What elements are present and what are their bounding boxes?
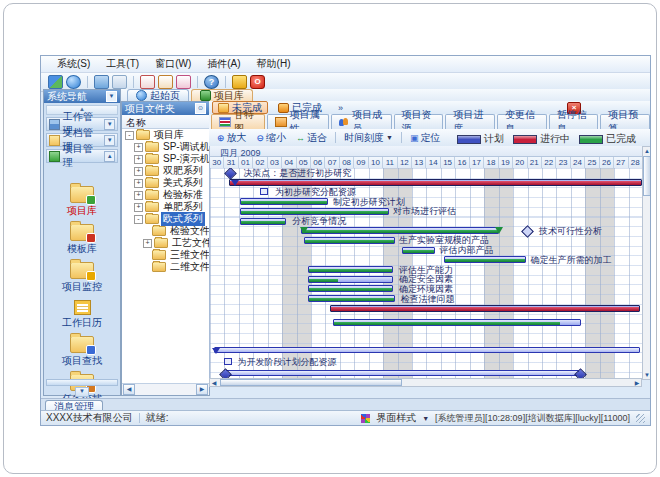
task-marker-box[interactable] [260, 188, 268, 195]
gantt-tool-缩小[interactable]: ⊖缩小 [253, 130, 291, 146]
scroll-left-icon[interactable]: ◀ [210, 379, 218, 387]
tab-项目属性[interactable]: 项目属性 [267, 114, 329, 129]
report-icon-3[interactable] [176, 75, 191, 89]
chevron-icon[interactable]: ▼ [104, 119, 115, 130]
tab-项目成员[interactable]: 项目成员 [331, 114, 392, 129]
nav-item-项目监控[interactable]: 项目监控 [44, 262, 120, 294]
plan-bar[interactable] [224, 370, 579, 376]
gantt-tool-定位[interactable]: ▣定位 [406, 130, 445, 146]
folder-icon[interactable] [94, 75, 109, 89]
scroll-up-icon[interactable]: ▲ [643, 147, 651, 155]
help-icon[interactable]: ? [204, 75, 219, 89]
task-bar[interactable] [308, 285, 393, 292]
chevron-icon[interactable]: ▲ [104, 151, 115, 162]
nav-section-3[interactable]: 项目管理▲ [46, 149, 118, 163]
tab-项目进度[interactable]: 项目进度 [445, 114, 495, 129]
task-bar[interactable] [402, 247, 435, 254]
tree-column-header[interactable]: 名称 [122, 115, 209, 129]
completed-fill [334, 322, 561, 325]
resize-grip[interactable] [636, 414, 645, 423]
expand-icon[interactable]: + [143, 239, 152, 248]
nav-item-工作日历[interactable]: 工作日历 [44, 300, 120, 330]
power-icon[interactable]: O [250, 75, 265, 89]
day-header-cell: 15 [441, 157, 455, 168]
menu-item[interactable]: 插件(A) [199, 56, 248, 72]
doc-tab-起始页[interactable]: 起始页 [127, 89, 189, 101]
task-bar[interactable] [308, 295, 395, 302]
lock-icon[interactable] [232, 75, 247, 89]
task-bar[interactable] [240, 198, 328, 205]
vertical-scroll-thumb[interactable] [643, 156, 651, 196]
collapse-icon[interactable]: - [134, 215, 143, 224]
doc-tab-项目库[interactable]: 项目库 [191, 89, 253, 101]
gantt-horizontal-scrollbar[interactable]: ◀ ▶ [209, 378, 642, 387]
folder-icon [145, 166, 159, 176]
expand-icon[interactable]: + [134, 155, 143, 164]
expand-icon[interactable]: + [134, 143, 143, 152]
modules-icon[interactable] [48, 75, 63, 89]
expand-icon[interactable]: + [134, 203, 143, 212]
folder-badge [86, 195, 96, 205]
task-bar[interactable] [308, 266, 393, 273]
tree-panel-header: 项目文件夹 ⊙ [122, 102, 209, 115]
gantt-tool-时间刻度[interactable]: 时间刻度▼ [340, 130, 397, 146]
nav-bottom-section[interactable]: ▼ [46, 379, 118, 393]
report-icon-2[interactable] [158, 75, 173, 89]
gantt-tool-放大[interactable]: ⊕放大 [213, 130, 251, 146]
tab-变更信息[interactable]: 变更信息 [497, 114, 547, 129]
nav-collapse-button[interactable]: ▼ [106, 91, 117, 102]
props-icon [275, 117, 287, 127]
plan-bar[interactable] [214, 347, 640, 353]
chart-icon[interactable] [112, 75, 127, 89]
tab-项目预算[interactable]: 项目预算 [600, 114, 650, 129]
task-bar[interactable] [301, 227, 499, 234]
task-label: 对市场进行评估 [393, 207, 456, 216]
day-header-cell: 19 [499, 157, 513, 168]
style-palette-icon[interactable] [361, 414, 370, 423]
tab-暂停信息[interactable]: 暂停信息 [549, 114, 599, 129]
nav-item-项目查找[interactable]: 项目查找 [44, 336, 120, 368]
report-icon-1[interactable] [140, 75, 155, 89]
tab-项目资源[interactable]: 项目资源 [394, 114, 444, 129]
completed-fill [241, 201, 327, 204]
menu-item[interactable]: 帮助(H) [249, 56, 299, 72]
gantt-vertical-scrollbar[interactable]: ▲ ▼ [642, 146, 651, 380]
task-bar[interactable] [240, 208, 389, 215]
web-icon[interactable] [66, 75, 81, 89]
horizontal-scroll-thumb[interactable] [220, 379, 402, 386]
summary-bar[interactable] [330, 305, 640, 312]
task-bar[interactable] [308, 276, 393, 283]
menu-item[interactable]: 系统(S) [49, 56, 98, 72]
tree-horizontal-scrollbar[interactable]: ◀ ▶ [122, 383, 209, 395]
collapse-icon[interactable]: - [125, 131, 134, 140]
scroll-down-icon[interactable]: ▼ [643, 371, 651, 379]
task-bar[interactable] [444, 256, 526, 263]
menu-item[interactable]: 工具(T) [98, 56, 147, 72]
task-bar[interactable] [240, 218, 286, 225]
overflow-chevron-icon[interactable]: » [338, 103, 343, 113]
summary-bar[interactable] [229, 179, 641, 186]
nav-item-项目库[interactable]: 项目库 [44, 186, 120, 218]
chevron-down-icon[interactable]: ▼ [422, 415, 429, 422]
chevron-icon[interactable]: ▼ [104, 135, 115, 146]
tree-node-二维文件[interactable]: 二维文件 [122, 261, 209, 273]
expand-icon[interactable]: + [134, 167, 143, 176]
pin-icon[interactable]: ⊙ [195, 103, 206, 114]
interface-style-button[interactable]: 界面样式 [376, 411, 416, 425]
expand-icon[interactable]: + [134, 179, 143, 188]
gantt-tool-适合[interactable]: ↔适合 [292, 130, 331, 146]
nav-item-模板库[interactable]: 模板库 [44, 224, 120, 256]
gantt-chart-body[interactable]: 决策点：是否进行初步研究为初步研究分配资源制定初步研究计划对市场进行评估分析竞争… [209, 168, 643, 378]
nav-item-label: 工作日历 [44, 316, 120, 330]
task-bar[interactable] [333, 319, 581, 326]
nav-bottom-expand-button[interactable]: ▼ [75, 387, 89, 397]
expand-icon[interactable]: + [134, 191, 143, 200]
scroll-right-icon[interactable]: ▶ [196, 384, 208, 395]
tab-甘特图[interactable]: 甘特图 [211, 114, 265, 129]
task-marker-box[interactable] [224, 358, 232, 365]
task-bar[interactable] [304, 237, 395, 244]
scroll-left-icon[interactable]: ◀ [123, 384, 135, 395]
nav-bottom-section-header[interactable] [46, 379, 118, 386]
menu-item[interactable]: 窗口(W) [147, 56, 199, 72]
scroll-right-icon[interactable]: ▶ [633, 379, 641, 387]
